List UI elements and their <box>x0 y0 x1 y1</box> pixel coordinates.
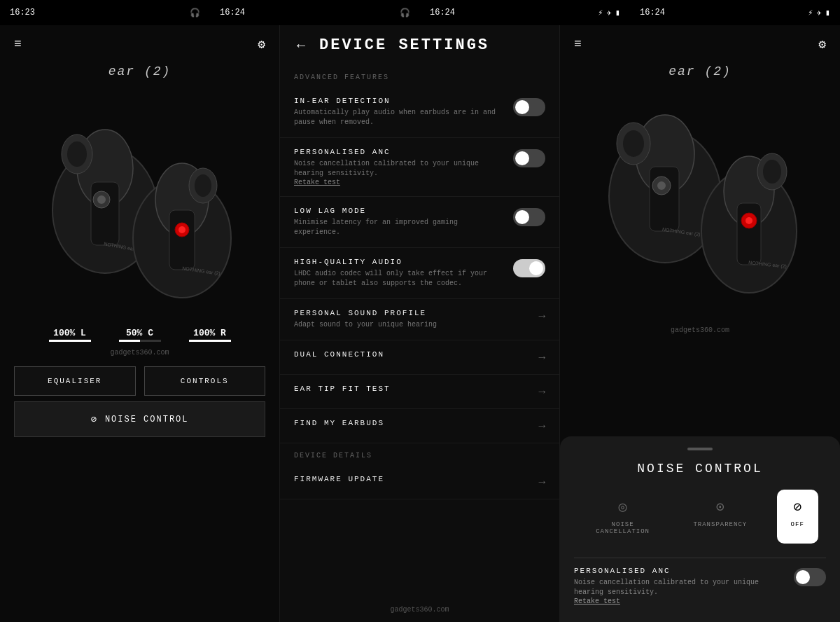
sound-profile-content: PERSONAL SOUND PROFILE Adapt sound to yo… <box>294 309 531 330</box>
low-lag-desc: Minimise latency for an improved gaming … <box>294 218 506 237</box>
find-earbuds-arrow: → <box>538 420 545 433</box>
battery-left-bar <box>49 340 91 342</box>
status-icons-1: 🎧 <box>190 8 200 18</box>
settings-item-hq-content: HIGH-QUALITY AUDIO LHDC audio codec will… <box>294 258 506 289</box>
personalised-anc-modal-toggle[interactable] <box>794 568 826 586</box>
anc-toggle-knob <box>515 151 529 165</box>
panel-right: ≡ ⚙ ear (2) NOTHING ear (2) <box>560 25 840 622</box>
personalised-anc-modal-toggle-knob <box>796 570 810 584</box>
personalised-anc-content: PERSONALISED ANC Noise cancellation cali… <box>574 567 787 605</box>
advanced-features-label: ADVANCED FEATURES <box>280 65 559 87</box>
noise-option-off[interactable]: ⊘ OFF <box>777 490 818 544</box>
low-lag-toggle-knob <box>515 210 529 224</box>
settings-item-ear-tip[interactable]: EAR TIP FIT TEST → <box>280 375 559 409</box>
airplane-icon-3: ✈ <box>607 8 612 18</box>
battery-right-bar <box>189 340 231 342</box>
modal-handle <box>687 448 713 450</box>
dual-conn-arrow: → <box>538 352 545 364</box>
noise-control-button[interactable]: ⊘ NOISE CONTROL <box>14 401 265 437</box>
settings-item-in-ear-content: IN-EAR DETECTION Automatically play audi… <box>294 97 506 127</box>
noise-cancellation-icon: ◎ <box>619 498 627 516</box>
svg-point-31 <box>763 160 781 184</box>
settings-item-sound-profile[interactable]: PERSONAL SOUND PROFILE Adapt sound to yo… <box>280 299 559 340</box>
gear-icon-right[interactable]: ⚙ <box>818 36 826 52</box>
watermark-left: gadgets360.com <box>110 349 169 357</box>
settings-item-firmware[interactable]: FIRMWARE UPDATE → <box>280 465 559 499</box>
settings-item-anc: PERSONALISED ANC Noise cancellation cali… <box>280 138 559 197</box>
status-bar-3: 16:24 ⚡ ✈ ▮ <box>420 0 630 25</box>
ear-tip-content: EAR TIP FIT TEST <box>294 385 531 396</box>
noise-options: ◎ NOISECANCELLATION ⊙ TRANSPARENCY ⊘ OFF <box>574 490 826 544</box>
in-ear-title: IN-EAR DETECTION <box>294 97 506 105</box>
watermark-middle: gadgets360.com <box>280 602 559 618</box>
battery-right: 100% R <box>189 328 231 342</box>
svg-rect-10 <box>169 210 195 270</box>
battery-left: 100% L <box>49 328 91 342</box>
firmware-content: FIRMWARE UPDATE <box>294 475 531 486</box>
noise-option-transparency[interactable]: ⊙ TRANSPARENCY <box>679 490 761 544</box>
anc-desc: Noise cancellation calibrated to your un… <box>294 159 506 179</box>
noise-control-modal: NOISE CONTROL ◎ NOISECANCELLATION ⊙ TRAN… <box>560 436 840 622</box>
svg-rect-26 <box>737 203 761 265</box>
hamburger-icon-right[interactable]: ≡ <box>574 37 582 51</box>
time-3: 16:24 <box>430 8 455 18</box>
hq-audio-toggle[interactable] <box>513 259 545 277</box>
panel-left: ≡ ⚙ ear (2) NOTHING ear (2) <box>0 25 280 622</box>
status-bar-1: 16:23 🎧 <box>0 0 210 25</box>
main-layout: ≡ ⚙ ear (2) NOTHING ear (2) <box>0 25 840 622</box>
personalised-anc-link[interactable]: Retake test <box>574 597 787 605</box>
hq-audio-desc: LHDC audio codec will only take effect i… <box>294 269 506 289</box>
battery-left-label: 100% L <box>53 328 86 338</box>
settings-item-low-lag-content: LOW LAG MODE Minimise latency for an imp… <box>294 207 506 237</box>
battery-row: 100% L 50% C 100% R <box>49 328 231 342</box>
time-4: 16:24 <box>640 8 665 18</box>
anc-title: PERSONALISED ANC <box>294 148 506 156</box>
low-lag-title: LOW LAG MODE <box>294 207 506 215</box>
status-icons-4: ⚡ ✈ ▮ <box>808 8 830 18</box>
sound-profile-arrow: → <box>538 310 545 323</box>
controls-button[interactable]: CONTROLS <box>144 366 266 396</box>
panel-right-top-bar: ≡ ⚙ <box>560 36 840 52</box>
anc-toggle[interactable] <box>513 149 545 167</box>
equaliser-button[interactable]: EQUALISER <box>14 366 136 396</box>
firmware-arrow: → <box>538 476 545 489</box>
noise-option-cancellation[interactable]: ◎ NOISECANCELLATION <box>582 490 664 544</box>
bluetooth-icon-3: ⚡ <box>598 8 603 18</box>
svg-rect-2 <box>91 182 119 245</box>
battery-center-label: 50% C <box>126 328 153 338</box>
svg-point-13 <box>178 226 186 233</box>
status-icons-2: 🎧 <box>400 8 410 18</box>
off-label: OFF <box>791 521 804 528</box>
battery-right-label: 100% R <box>193 328 226 338</box>
off-icon: ⊘ <box>793 498 802 516</box>
bottom-buttons: EQUALISER CONTROLS <box>0 366 279 396</box>
earbuds-image-right: NOTHING ear (2) NOTHING ear (2) <box>588 91 812 315</box>
device-logo-left: ear (2) <box>108 64 172 78</box>
settings-item-hq-audio: HIGH-QUALITY AUDIO LHDC audio codec will… <box>280 248 559 299</box>
hamburger-icon[interactable]: ≡ <box>14 37 22 51</box>
gear-icon-left[interactable]: ⚙ <box>258 36 265 52</box>
anc-retake-link[interactable]: Retake test <box>294 179 506 186</box>
back-button[interactable]: ← <box>294 37 308 53</box>
svg-point-15 <box>195 174 211 197</box>
settings-item-find-earbuds[interactable]: FIND MY EARBUDS → <box>280 409 559 443</box>
device-settings-title: DEVICE SETTINGS <box>319 36 489 54</box>
bluetooth-icon-4: ⚡ <box>808 8 813 18</box>
noise-control-icon: ⊘ <box>90 413 97 425</box>
battery-center-bar <box>119 340 161 342</box>
settings-item-in-ear: IN-EAR DETECTION Automatically play audi… <box>280 87 559 138</box>
ear-tip-title: EAR TIP FIT TEST <box>294 385 531 393</box>
firmware-title: FIRMWARE UPDATE <box>294 475 531 483</box>
in-ear-toggle[interactable] <box>513 98 545 116</box>
headphone-icon-2: 🎧 <box>400 8 410 18</box>
settings-item-dual-conn[interactable]: DUAL CONNECTION → <box>280 340 559 375</box>
device-logo-right: ear (2) <box>668 64 732 78</box>
status-bar-4: 16:24 ⚡ ✈ ▮ <box>630 0 840 25</box>
low-lag-toggle[interactable] <box>513 208 545 226</box>
dual-conn-title: DUAL CONNECTION <box>294 350 531 359</box>
in-ear-toggle-knob <box>515 100 529 114</box>
earbuds-svg-right: NOTHING ear (2) NOTHING ear (2) <box>588 91 812 315</box>
panel-middle-header: ← DEVICE SETTINGS <box>280 25 559 65</box>
panel-middle: ← DEVICE SETTINGS ADVANCED FEATURES IN-E… <box>280 25 560 622</box>
settings-scroll[interactable]: ADVANCED FEATURES IN-EAR DETECTION Autom… <box>280 65 559 597</box>
